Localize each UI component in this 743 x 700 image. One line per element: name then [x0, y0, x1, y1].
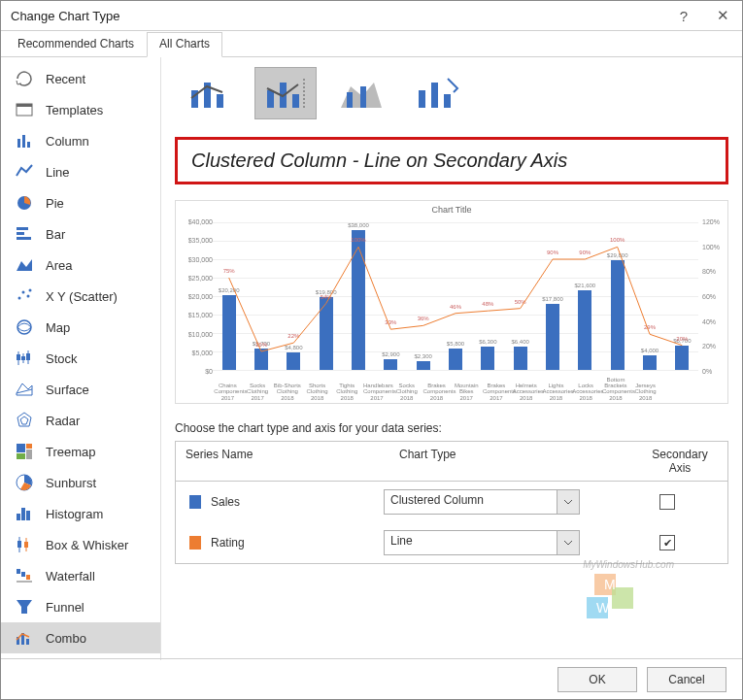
series-row-sales: SalesClustered Column — [176, 482, 727, 522]
svg-point-14 — [17, 320, 31, 334]
funnel-icon — [15, 597, 34, 617]
svg-rect-36 — [17, 569, 20, 574]
svg-rect-53 — [360, 86, 366, 108]
sidebar-item-templates[interactable]: Templates — [1, 94, 160, 125]
column-icon — [15, 131, 34, 150]
sidebar-item-surface[interactable]: Surface — [1, 374, 160, 405]
sidebar-item-histogram[interactable]: Histogram — [1, 498, 160, 529]
sidebar-item-sunburst[interactable]: Sunburst — [1, 467, 160, 498]
sidebar-item-label: Sunburst — [46, 476, 96, 490]
tab-all-charts[interactable]: All Charts — [147, 32, 222, 57]
svg-rect-24 — [17, 444, 25, 452]
chart-type-dropdown[interactable]: Line — [384, 530, 580, 555]
series-config-prompt: Choose the chart type and axis for your … — [175, 421, 728, 435]
svg-rect-25 — [26, 444, 32, 449]
sunburst-icon — [15, 473, 34, 492]
sidebar-item-label: Combo — [46, 631, 86, 646]
chart-type-dropdown[interactable]: Clustered Column — [384, 489, 580, 515]
series-config-table: Series Name Chart Type Secondary Axis Sa… — [175, 441, 728, 564]
subtype-clustered-column-line-secondary[interactable] — [254, 67, 317, 119]
chart-preview[interactable]: Chart Title $20,20075%$5,70015%$4,80022%… — [175, 200, 728, 404]
svg-rect-8 — [17, 237, 31, 240]
col-series-name: Series Name — [176, 442, 389, 481]
chevron-down-icon — [557, 531, 579, 554]
sidebar-item-stock[interactable]: Stock — [1, 343, 160, 374]
histogram-icon — [15, 504, 34, 523]
sidebar-item-label: Recent — [46, 72, 85, 86]
stock-icon — [15, 349, 34, 368]
chart-type-list: RecentTemplatesColumnLinePieBarAreaX Y (… — [1, 57, 161, 660]
secondary-axis-checkbox[interactable]: ✔ — [659, 535, 675, 550]
series-swatch-icon — [189, 536, 201, 550]
sidebar-item-line[interactable]: Line — [1, 156, 160, 187]
close-button[interactable]: ✕ — [703, 1, 742, 30]
secondary-axis-checkbox[interactable] — [659, 494, 675, 510]
sidebar-item-label: Column — [46, 134, 89, 149]
sidebar-item-pie[interactable]: Pie — [1, 187, 160, 218]
svg-point-13 — [29, 289, 32, 292]
sidebar-item-treemap[interactable]: Treemap — [1, 436, 160, 467]
recent-icon — [15, 69, 34, 88]
svg-marker-23 — [20, 417, 28, 424]
change-chart-type-dialog: Change Chart Type ? ✕ Recommended Charts… — [0, 0, 743, 700]
svg-rect-46 — [217, 94, 223, 108]
chart-title: Chart Title — [182, 205, 722, 215]
subtype-heading-text: Clustered Column - Line on Secondary Axi… — [191, 150, 567, 171]
chart-type-value: Clustered Column — [385, 490, 557, 514]
svg-rect-2 — [17, 139, 20, 148]
surface-icon — [15, 380, 34, 399]
svg-rect-1 — [17, 104, 32, 107]
sidebar-item-area[interactable]: Area — [1, 250, 160, 281]
svg-rect-3 — [22, 135, 25, 148]
dialog-footer: OK Cancel — [1, 658, 742, 699]
subtype-clustered-column-line[interactable] — [179, 67, 241, 119]
svg-rect-56 — [444, 94, 451, 108]
sidebar-item-map[interactable]: Map — [1, 312, 160, 343]
svg-rect-31 — [26, 511, 30, 520]
svg-rect-4 — [27, 142, 30, 148]
sidebar-item-label: X Y (Scatter) — [46, 289, 118, 304]
svg-rect-7 — [17, 232, 24, 235]
series-row-rating: RatingLine✔ — [176, 522, 727, 563]
svg-rect-18 — [17, 354, 20, 360]
cancel-button[interactable]: Cancel — [647, 667, 726, 692]
help-button[interactable]: ? — [664, 1, 703, 30]
subtype-custom-combo[interactable] — [406, 67, 468, 119]
treemap-icon — [15, 442, 34, 461]
combo-icon — [15, 628, 34, 648]
ok-button[interactable]: OK — [557, 667, 637, 692]
svg-point-10 — [18, 297, 21, 300]
sidebar-item-label: Pie — [46, 196, 64, 211]
area-icon — [15, 255, 34, 275]
svg-rect-26 — [26, 450, 32, 459]
svg-rect-6 — [17, 227, 28, 230]
sidebar-item-label: Line — [46, 165, 70, 180]
sidebar-item-bar[interactable]: Bar — [1, 218, 160, 250]
sidebar-item-label: Area — [46, 258, 72, 273]
sidebar-item-label: Treemap — [46, 445, 96, 459]
sidebar-item-label: Radar — [46, 414, 80, 428]
sidebar-item-waterfall[interactable]: Waterfall — [1, 560, 160, 591]
svg-rect-35 — [24, 542, 28, 548]
chart-type-value: Line — [385, 531, 557, 554]
sidebar-item-recent[interactable]: Recent — [1, 63, 160, 94]
sidebar-item-combo[interactable]: Combo — [1, 622, 160, 653]
subtype-pane: Clustered Column - Line on Secondary Axi… — [161, 57, 742, 660]
svg-rect-20 — [26, 353, 30, 360]
sidebar-item-x-y-scatter-[interactable]: X Y (Scatter) — [1, 281, 160, 312]
svg-point-11 — [22, 291, 25, 294]
svg-rect-43 — [26, 639, 29, 645]
tab-recommended-charts[interactable]: Recommended Charts — [5, 32, 147, 57]
sidebar-item-radar[interactable]: Radar — [1, 405, 160, 436]
sidebar-item-box-whisker[interactable]: Box & Whisker — [1, 529, 160, 560]
series-name: Rating — [211, 536, 245, 550]
svg-rect-29 — [17, 514, 20, 520]
sidebar-item-funnel[interactable]: Funnel — [1, 591, 160, 622]
svg-rect-30 — [21, 508, 25, 520]
subtype-stacked-area-column[interactable] — [330, 67, 392, 119]
subtype-heading: Clustered Column - Line on Secondary Axi… — [175, 137, 728, 184]
sidebar-item-column[interactable]: Column — [1, 125, 160, 156]
map-icon — [15, 317, 34, 337]
svg-rect-54 — [419, 90, 425, 108]
waterfall-icon — [15, 566, 34, 585]
